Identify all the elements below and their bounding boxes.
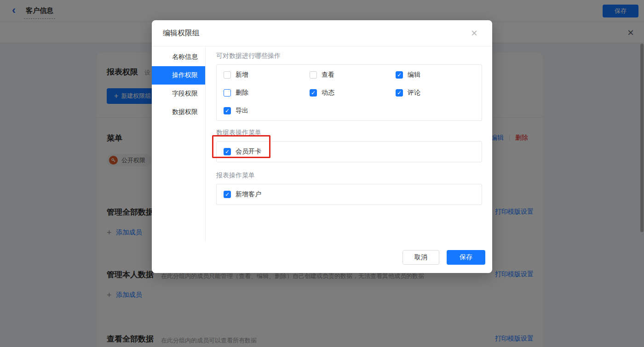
checkbox-label: 会员开卡 [236, 148, 261, 156]
edit-permission-group-modal: 编辑权限组 × 名称信息 操作权限 字段权限 数据权限 可对数据进行哪些操作 新… [152, 20, 492, 273]
report-menu-label: 报表操作菜单 [216, 171, 482, 180]
report-menu-checkbox-group: ✓ 新增客户 [216, 184, 482, 205]
save-button[interactable]: 保存 [447, 250, 485, 265]
modal-tab-list: 名称信息 操作权限 字段权限 数据权限 [152, 46, 206, 241]
checkbox-icon: ✓ [224, 107, 231, 114]
modal-header: 编辑权限组 × [152, 20, 492, 46]
tab-data-permission[interactable]: 数据权限 [152, 103, 205, 121]
checkbox-icon: ✓ [224, 191, 231, 198]
operation-checkbox-group: 新增 查看 ✓ 编辑 删除 ✓ 动态 [216, 64, 482, 121]
checkbox-label: 查看 [322, 71, 334, 79]
checkbox-label: 评论 [408, 89, 420, 97]
tab-field-permission[interactable]: 字段权限 [152, 85, 205, 103]
modal-title: 编辑权限组 [163, 28, 200, 38]
checkbox-activity[interactable]: ✓ 动态 [310, 84, 396, 102]
cancel-button[interactable]: 取消 [402, 250, 439, 265]
checkbox-label: 编辑 [408, 71, 420, 79]
checkbox-icon: ✓ [310, 89, 317, 97]
checkbox-icon: ✓ [396, 71, 403, 79]
checkbox-icon [224, 71, 231, 79]
check-mark-icon: ✓ [225, 108, 230, 114]
checkbox-label: 新增客户 [236, 190, 261, 199]
modal-body: 名称信息 操作权限 字段权限 数据权限 可对数据进行哪些操作 新增 查看 ✓ 编… [152, 46, 492, 241]
checkbox-add[interactable]: 新增 [224, 66, 310, 84]
check-mark-icon: ✓ [225, 149, 230, 154]
check-mark-icon: ✓ [397, 90, 402, 96]
checkbox-delete[interactable]: 删除 [224, 84, 310, 102]
tab-name-info[interactable]: 名称信息 [152, 48, 205, 66]
table-menu-label: 数据表操作菜单 [216, 129, 482, 137]
checkbox-edit[interactable]: ✓ 编辑 [396, 66, 482, 84]
checkbox-export[interactable]: ✓ 导出 [224, 102, 310, 119]
checkbox-comment[interactable]: ✓ 评论 [396, 84, 482, 102]
checkbox-label: 删除 [236, 89, 248, 97]
checkbox-view[interactable]: 查看 [310, 66, 396, 84]
modal-close-icon[interactable]: × [471, 28, 477, 39]
table-menu-checkbox-group: ✓ 会员开卡 [216, 141, 482, 162]
check-mark-icon: ✓ [397, 72, 402, 78]
tab-operation-permission[interactable]: 操作权限 [152, 66, 205, 85]
check-mark-icon: ✓ [225, 192, 230, 197]
checkbox-label: 新增 [236, 71, 248, 79]
checkbox-member-card[interactable]: ✓ 会员开卡 [224, 143, 261, 161]
checkbox-icon: ✓ [224, 148, 231, 155]
checkbox-icon [224, 89, 231, 97]
checkbox-label: 导出 [236, 107, 248, 115]
operation-group-label: 可对数据进行哪些操作 [216, 52, 482, 60]
check-mark-icon: ✓ [311, 90, 316, 96]
checkbox-icon: ✓ [396, 89, 403, 97]
checkbox-icon [310, 71, 317, 79]
modal-tab-panel: 可对数据进行哪些操作 新增 查看 ✓ 编辑 删除 [206, 46, 492, 241]
modal-footer: 取消 保存 [152, 241, 492, 273]
checkbox-new-customer[interactable]: ✓ 新增客户 [224, 186, 261, 204]
checkbox-label: 动态 [322, 89, 334, 97]
